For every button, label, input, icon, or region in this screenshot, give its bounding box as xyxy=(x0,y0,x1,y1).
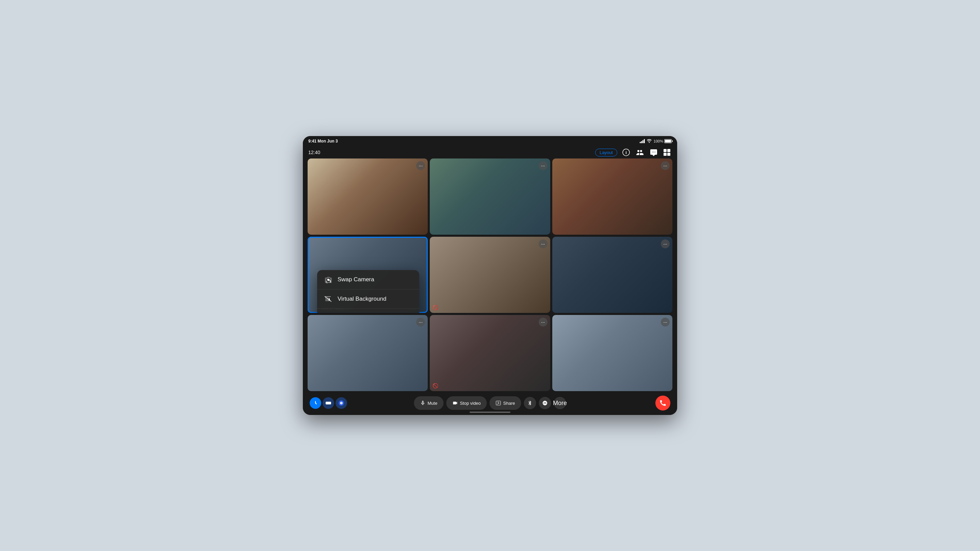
toolbar-center: Mute Stop video Share xyxy=(414,396,566,410)
svg-point-4 xyxy=(655,152,655,152)
svg-point-2 xyxy=(652,152,653,152)
share-label: Share xyxy=(503,401,515,406)
virtual-bg-icon xyxy=(324,295,332,303)
video-cell-3: ··· xyxy=(552,159,672,235)
wifi-icon xyxy=(646,139,652,143)
more-options-8[interactable]: ··· xyxy=(539,318,547,327)
video-cell-5: ··· 🚫 xyxy=(430,237,550,313)
svg-point-19 xyxy=(340,402,343,404)
meeting-time-bar: 12:40 Layout i xyxy=(303,146,677,159)
menu-item-mirror-video[interactable]: Mirror My Video xyxy=(317,309,419,313)
chat-button[interactable] xyxy=(649,148,658,157)
app-icon-1 xyxy=(310,397,321,409)
more-options-1[interactable]: ··· xyxy=(416,161,425,170)
menu-item-virtual-background[interactable]: Virtual Background xyxy=(317,289,419,309)
signal-bars-icon xyxy=(640,139,645,143)
mute-button[interactable]: Mute xyxy=(414,396,443,410)
more-options-7[interactable]: ··· xyxy=(416,318,425,327)
svg-rect-8 xyxy=(667,153,670,156)
more-dots: More xyxy=(553,400,567,406)
video-cell-2: ··· xyxy=(430,159,550,235)
menu-label-swap-camera: Swap Camera xyxy=(337,276,374,283)
svg-rect-17 xyxy=(326,402,331,404)
status-icons: 100% xyxy=(640,139,672,143)
muted-icon-8: 🚫 xyxy=(433,383,438,388)
camera-rotate-icon xyxy=(324,275,332,284)
end-call-button[interactable] xyxy=(655,395,670,411)
more-options-2[interactable]: ··· xyxy=(539,161,547,170)
stop-video-label: Stop video xyxy=(460,401,480,406)
svg-text:i: i xyxy=(625,150,627,155)
mute-label: Mute xyxy=(427,401,437,406)
bluetooth-button[interactable] xyxy=(524,397,536,409)
stop-video-button[interactable]: Stop video xyxy=(446,396,487,410)
meeting-controls: Layout i xyxy=(595,148,672,157)
app-icon-3 xyxy=(336,397,347,409)
app-icon-2 xyxy=(323,397,334,409)
svg-rect-7 xyxy=(663,153,667,156)
participants-button[interactable] xyxy=(635,148,644,157)
video-cell-8: ··· 🚫 xyxy=(430,315,550,391)
device-frame: 9:41 Mon Jun 3 100% 12:40 xyxy=(303,136,677,415)
video-cell-6: ··· xyxy=(552,237,672,313)
reactions-button[interactable] xyxy=(539,397,551,409)
svg-rect-6 xyxy=(667,149,670,152)
menu-label-virtual-background: Virtual Background xyxy=(337,295,386,302)
context-menu: Swap Camera Virtual Background xyxy=(317,270,419,313)
svg-rect-5 xyxy=(663,149,667,152)
battery-icon xyxy=(664,139,672,143)
status-time: 9:41 Mon Jun 3 xyxy=(308,139,338,143)
home-indicator xyxy=(469,411,511,413)
more-options-5[interactable]: ··· xyxy=(539,240,547,248)
app-icons xyxy=(310,397,347,409)
layout-button[interactable]: Layout xyxy=(595,149,617,156)
video-cell-7: ··· xyxy=(308,315,428,391)
more-options-3[interactable]: ··· xyxy=(661,161,670,170)
more-options-6[interactable]: ··· xyxy=(661,240,670,248)
meeting-time: 12:40 xyxy=(308,150,320,155)
battery-container: 100% xyxy=(654,139,672,143)
info-button[interactable]: i xyxy=(621,148,631,157)
svg-point-9 xyxy=(327,279,329,281)
battery-percent: 100% xyxy=(654,139,663,143)
more-options-9[interactable]: ··· xyxy=(661,318,670,327)
video-cell-4: Swap Camera Virtual Background xyxy=(308,237,428,313)
status-bar: 9:41 Mon Jun 3 100% xyxy=(303,136,677,146)
video-grid: ··· ··· ··· xyxy=(308,159,672,391)
svg-point-3 xyxy=(653,152,654,152)
video-cell-1: ··· xyxy=(308,159,428,235)
share-button[interactable]: Share xyxy=(490,396,521,410)
video-cell-9: ··· xyxy=(552,315,672,391)
grid-button[interactable] xyxy=(662,148,672,157)
muted-icon-5: 🚫 xyxy=(433,305,438,310)
more-button[interactable]: More xyxy=(554,397,566,409)
menu-item-swap-camera[interactable]: Swap Camera xyxy=(317,270,419,289)
